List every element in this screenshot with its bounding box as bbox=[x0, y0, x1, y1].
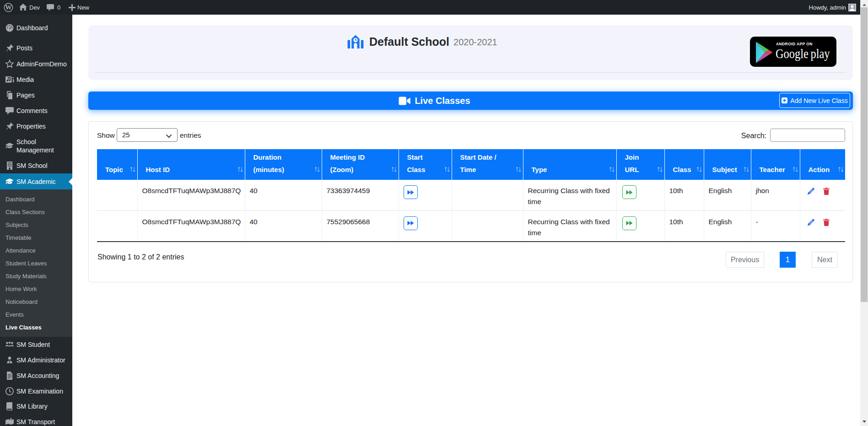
svg-text:W: W bbox=[5, 4, 12, 11]
